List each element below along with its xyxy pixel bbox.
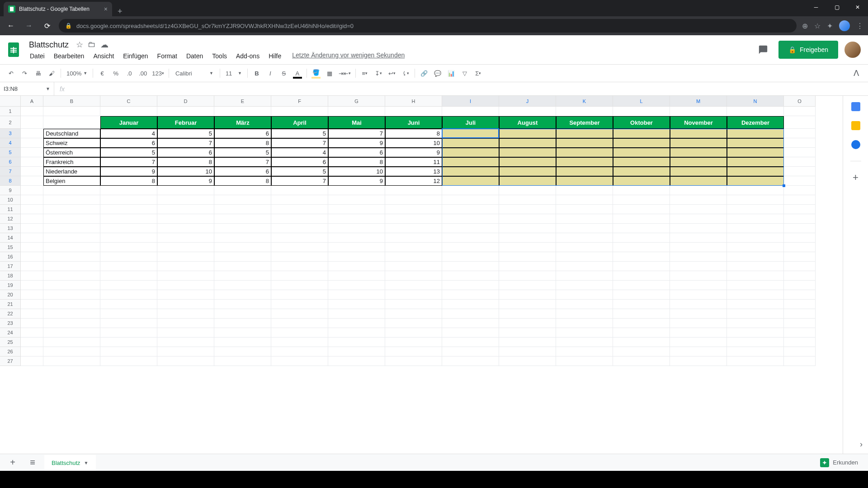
cell-I3[interactable] xyxy=(442,129,499,138)
cell-L19[interactable] xyxy=(613,281,670,290)
cell-D11[interactable] xyxy=(157,205,214,214)
insert-chart-button[interactable]: 📊 xyxy=(445,67,458,80)
cell-E5[interactable]: 5 xyxy=(214,148,271,157)
row-header-26[interactable]: 26 xyxy=(0,347,21,357)
cell-N20[interactable] xyxy=(727,290,784,300)
cell-A11[interactable] xyxy=(21,205,43,214)
cell-E15[interactable] xyxy=(214,243,271,252)
cell-F24[interactable] xyxy=(271,328,328,338)
cell-A18[interactable] xyxy=(21,271,43,281)
row-header-12[interactable]: 12 xyxy=(0,214,21,224)
column-header-G[interactable]: G xyxy=(328,96,385,107)
cell-M2[interactable]: November xyxy=(670,116,727,129)
cell-I25[interactable] xyxy=(442,338,499,347)
cell-A24[interactable] xyxy=(21,328,43,338)
row-header-24[interactable]: 24 xyxy=(0,328,21,338)
cell-L16[interactable] xyxy=(613,252,670,262)
cell-H25[interactable] xyxy=(385,338,442,347)
row-header-19[interactable]: 19 xyxy=(0,281,21,290)
window-minimize-button[interactable]: ─ xyxy=(806,0,826,14)
cell-L13[interactable] xyxy=(613,224,670,233)
cell-G27[interactable] xyxy=(328,357,385,366)
cell-I22[interactable] xyxy=(442,309,499,319)
window-maximize-button[interactable]: ▢ xyxy=(826,0,847,14)
cell-D8[interactable]: 9 xyxy=(157,176,214,186)
cell-A16[interactable] xyxy=(21,252,43,262)
row-header-2[interactable]: 2 xyxy=(0,116,21,129)
cell-L21[interactable] xyxy=(613,300,670,309)
cell-M23[interactable] xyxy=(670,319,727,328)
cell-D19[interactable] xyxy=(157,281,214,290)
cell-M19[interactable] xyxy=(670,281,727,290)
cell-G6[interactable]: 8 xyxy=(328,157,385,167)
cell-L11[interactable] xyxy=(613,205,670,214)
cell-I18[interactable] xyxy=(442,271,499,281)
cell-J26[interactable] xyxy=(499,347,556,357)
cell-J14[interactable] xyxy=(499,233,556,243)
cell-E17[interactable] xyxy=(214,262,271,271)
cell-L18[interactable] xyxy=(613,271,670,281)
cell-D15[interactable] xyxy=(157,243,214,252)
share-button[interactable]: 🔒 Freigeben xyxy=(778,41,838,59)
row-header-25[interactable]: 25 xyxy=(0,338,21,347)
cell-M20[interactable] xyxy=(670,290,727,300)
cell-C5[interactable]: 5 xyxy=(100,148,157,157)
cell-J5[interactable] xyxy=(499,148,556,157)
cell-C12[interactable] xyxy=(100,214,157,224)
cell-A1[interactable] xyxy=(21,107,43,116)
cell-O15[interactable] xyxy=(784,243,816,252)
window-close-button[interactable]: ✕ xyxy=(847,0,868,14)
cell-F20[interactable] xyxy=(271,290,328,300)
cell-C10[interactable] xyxy=(100,195,157,205)
cell-M18[interactable] xyxy=(670,271,727,281)
cell-M8[interactable] xyxy=(670,176,727,186)
cell-E22[interactable] xyxy=(214,309,271,319)
cell-L7[interactable] xyxy=(613,167,670,176)
filter-button[interactable]: ▽ xyxy=(458,67,471,80)
cell-F22[interactable] xyxy=(271,309,328,319)
cell-I26[interactable] xyxy=(442,347,499,357)
cell-C8[interactable]: 8 xyxy=(100,176,157,186)
cell-F19[interactable] xyxy=(271,281,328,290)
cell-C2[interactable]: Januar xyxy=(100,116,157,129)
cell-G24[interactable] xyxy=(328,328,385,338)
cell-B23[interactable] xyxy=(43,319,100,328)
cell-C6[interactable]: 7 xyxy=(100,157,157,167)
redo-button[interactable]: ↷ xyxy=(18,67,31,80)
column-header-C[interactable]: C xyxy=(100,96,157,107)
cell-D9[interactable] xyxy=(157,186,214,195)
cell-K27[interactable] xyxy=(556,357,613,366)
cell-K18[interactable] xyxy=(556,271,613,281)
cell-O9[interactable] xyxy=(784,186,816,195)
cell-O7[interactable] xyxy=(784,167,816,176)
cell-O16[interactable] xyxy=(784,252,816,262)
cell-B18[interactable] xyxy=(43,271,100,281)
cell-O19[interactable] xyxy=(784,281,816,290)
row-header-10[interactable]: 10 xyxy=(0,195,21,205)
cell-B26[interactable] xyxy=(43,347,100,357)
cell-O2[interactable] xyxy=(784,116,816,129)
zoom-select[interactable]: 100%▼ xyxy=(64,67,90,80)
insert-link-button[interactable]: 🔗 xyxy=(418,67,430,80)
cell-D4[interactable]: 7 xyxy=(157,138,214,148)
cell-L20[interactable] xyxy=(613,290,670,300)
document-title[interactable]: Blattschutz xyxy=(26,39,71,51)
cell-A20[interactable] xyxy=(21,290,43,300)
cell-H10[interactable] xyxy=(385,195,442,205)
cell-M14[interactable] xyxy=(670,233,727,243)
cell-E16[interactable] xyxy=(214,252,271,262)
cell-M27[interactable] xyxy=(670,357,727,366)
cell-O6[interactable] xyxy=(784,157,816,167)
cell-H9[interactable] xyxy=(385,186,442,195)
cell-F23[interactable] xyxy=(271,319,328,328)
cell-B11[interactable] xyxy=(43,205,100,214)
cell-M17[interactable] xyxy=(670,262,727,271)
cell-B17[interactable] xyxy=(43,262,100,271)
cell-J20[interactable] xyxy=(499,290,556,300)
cell-C16[interactable] xyxy=(100,252,157,262)
cell-O21[interactable] xyxy=(784,300,816,309)
row-header-14[interactable]: 14 xyxy=(0,233,21,243)
cell-E7[interactable]: 6 xyxy=(214,167,271,176)
cell-E8[interactable]: 8 xyxy=(214,176,271,186)
cell-M9[interactable] xyxy=(670,186,727,195)
